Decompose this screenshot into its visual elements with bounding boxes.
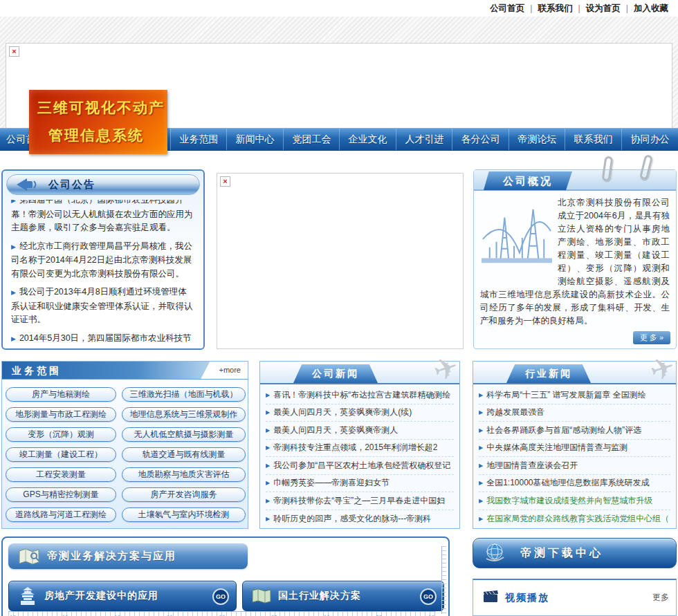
topbar-link-home[interactable]: 公司首页 — [487, 3, 527, 15]
vertical-ruler-decoration — [441, 546, 446, 614]
slogan-line1: 三维可视化不动产 — [37, 98, 165, 118]
slogan-line2: 管理信息系统 — [48, 126, 144, 145]
overview-more-button[interactable]: 更 多 » — [633, 331, 670, 344]
airplane-icon: ✈ — [430, 352, 461, 387]
news-item[interactable]: ▶全国1:10000基础地理信息数据库系统研发成 — [479, 475, 670, 493]
business-item-button[interactable]: 地形测量与市政工程测绘 — [6, 407, 116, 422]
solutions-title: 帝测业务解决方案与应用 — [47, 550, 176, 563]
nav-item[interactable]: 业务范围 — [170, 129, 227, 150]
double-arrow-icon: » — [659, 333, 663, 342]
news-item[interactable]: ▶社会各界踊跃参与首届“感动测绘人物”评选 — [479, 422, 670, 440]
business-item-button[interactable]: 地质勘察与地质灾害评估 — [122, 467, 246, 482]
nav-item[interactable]: 党团工会 — [283, 129, 340, 150]
nav-item[interactable]: 新闻中心 — [226, 129, 283, 150]
company-news-title: 公司新闻 — [293, 364, 378, 383]
news-item[interactable]: ▶在国家局党的群众路线教育实践活动党组中心组（ — [479, 510, 670, 528]
announcement-item[interactable]: ▶我公司于2013年4月8日顺利通过环境管理体系认证和职业健康安全管理体系认证，… — [11, 286, 195, 327]
globe-icon — [484, 543, 505, 563]
nav-item[interactable]: 联系我们 — [565, 129, 621, 150]
business-item-button[interactable]: 变形（沉降）观测 — [6, 427, 116, 442]
nav-item[interactable]: 企业文化 — [339, 129, 396, 150]
news-item[interactable]: ▶科学布局“十三五” 谱写发展新篇章 全国测绘 — [479, 386, 670, 404]
arrow-bullet-icon: ▶ — [11, 200, 16, 204]
nav-item[interactable]: 人才引进 — [396, 129, 452, 150]
solutions-header: 帝测业务解决方案与应用 — [8, 543, 248, 569]
business-item-button[interactable]: GPS与精密控制测量 — [6, 487, 116, 502]
business-item-button[interactable]: 土壤氡气与室内环境检测 — [122, 507, 246, 522]
arrow-bullet-icon: ▶ — [266, 427, 270, 433]
arrow-bullet-icon: ▶ — [479, 409, 483, 416]
arrow-bullet-icon: ▶ — [11, 335, 16, 342]
company-news-panel: 公司新闻 ✈ ▶喜讯！帝测科技中标“布达拉宫古建筑群精确测绘 ▶最美人间四月天，… — [259, 361, 460, 529]
arrow-bullet-icon: ▶ — [11, 289, 16, 296]
nav-item[interactable]: 各分公司 — [452, 129, 508, 150]
business-item-button[interactable]: 轨道交通与既有线测量 — [122, 447, 246, 462]
arrow-bullet-icon: ▶ — [479, 445, 483, 451]
arrow-bullet-icon: ▶ — [479, 480, 483, 486]
announcement-item[interactable]: ▶2014年5月30日，第四届国际都市农业科技节 — [11, 332, 195, 346]
company-news-header: 公司新闻 ✈ — [260, 362, 459, 384]
news-item[interactable]: ▶地理国情普查座谈会召开 — [479, 457, 670, 475]
arrow-bullet-icon: ▶ — [266, 463, 270, 469]
bridge-illustration — [480, 198, 553, 275]
company-overview-panel: 公司概况 北京帝测科技股份有限公司成立于2004年6月，是具有独立法人资格的专门… — [473, 169, 677, 349]
news-item[interactable]: ▶喜讯！帝测科技中标“布达拉宫古建筑群精确测绘 — [266, 386, 454, 404]
news-item[interactable]: ▶中央媒体高度关注地理国情普查与监测 — [479, 440, 670, 458]
arrow-bullet-icon: ▶ — [479, 392, 483, 398]
business-item-button[interactable]: 三维激光扫描（地面与机载） — [122, 387, 246, 402]
arrow-bullet-icon: ▶ — [266, 498, 270, 504]
news-item[interactable]: ▶跨越发展最强音 — [479, 404, 670, 422]
nav-item[interactable]: 帝测论坛 — [508, 129, 565, 150]
solution-button-land[interactable]: 国土行业解决方案 GO — [242, 581, 444, 611]
business-scope-panel: 业务范围 +more 房产与地籍测绘 三维激光扫描（地面与机载） 地形测量与市政… — [1, 361, 248, 529]
airplane-icon: ✈ — [646, 352, 678, 387]
announcement-item[interactable]: ▶第四届中国（北京）国际都市农业科技园开幕！帝测公司以无人机航摄在农业方面的应用… — [11, 200, 195, 235]
go-button[interactable]: GO — [420, 588, 437, 605]
go-button[interactable]: GO — [212, 588, 229, 605]
business-item-button[interactable]: 无人机低空航摄与摄影测量 — [122, 427, 246, 442]
announcement-item[interactable]: ▶经北京市工商行政管理局昌平分局核准，我公司名称于2014年4月22日起由北京帝… — [11, 240, 195, 281]
business-item-button[interactable]: 工程安装测量 — [6, 467, 116, 482]
announcements-list: ▶第四届中国（北京）国际都市农业科技园开幕！帝测公司以无人机航摄在农业方面的应用… — [3, 200, 203, 346]
business-item-button[interactable]: 地理信息系统与三维景观制作 — [122, 407, 246, 422]
business-item-button[interactable]: 道路线路与河道工程测绘 — [6, 507, 116, 522]
topbar-link-contact[interactable]: 联系我们 — [535, 3, 576, 15]
arrow-bullet-icon: ▶ — [11, 243, 16, 250]
news-item[interactable]: ▶我国数字城市建设成绩斐然并向智慧城市升级 — [479, 492, 670, 510]
topbar: 公司首页 | 联系我们 | 设为首页 | 加入收藏 — [0, 0, 678, 17]
business-scope-title: 业务范围 — [12, 362, 62, 380]
arrow-bullet-icon: ▶ — [266, 392, 270, 398]
business-item-button[interactable]: 房产与地籍测绘 — [6, 387, 116, 402]
news-item[interactable]: ▶聆听历史的回声，感受文化的脉动---帝测科 — [266, 510, 454, 528]
arrow-bullet-icon: ▶ — [479, 498, 483, 504]
video-more-link[interactable]: 更多 — [652, 592, 669, 604]
business-more-link[interactable]: +more — [219, 366, 241, 374]
news-item[interactable]: ▶帝测科技带你去“寻宝”之—三月早春走进中国妇 — [266, 492, 454, 510]
arrow-bullet-icon: ▶ — [266, 480, 270, 486]
industry-news-header: 行业新闻 ✈ — [473, 362, 676, 384]
solutions-panel: 帝测业务解决方案与应用 房地产开发建设中的应用 GO — [1, 536, 450, 616]
topbar-link-favorite[interactable]: 加入收藏 — [631, 3, 671, 15]
business-item-button[interactable]: 竣工测量（建设工程） — [6, 447, 116, 462]
news-item[interactable]: ▶巾帼秀英姿——帝测喜迎妇女节 — [266, 475, 454, 493]
megaphone-icon — [15, 177, 39, 192]
nav-item[interactable]: 协同办公 — [621, 129, 678, 150]
news-item[interactable]: ▶帝测科技专注重点领域，2015年利润增长超2 — [266, 440, 454, 458]
topbar-separator: | — [527, 3, 535, 13]
video-panel: 视频播放 更多 — [473, 579, 677, 616]
news-item[interactable]: ▶我公司参加“昌平区农村土地承包经营权确权登记 — [266, 457, 454, 475]
horizontal-ruler-decoration: 101010101010101010 — [8, 611, 436, 616]
business-item-button[interactable]: 房产开发咨询服务 — [122, 487, 246, 502]
topbar-link-sethome[interactable]: 设为首页 — [583, 3, 623, 15]
download-center-title: 帝测下载中心 — [520, 546, 603, 561]
topbar-separator: | — [623, 3, 631, 13]
business-scope-header: 业务范围 +more — [2, 362, 248, 380]
arrow-bullet-icon: ▶ — [266, 516, 270, 522]
download-center-bar[interactable]: 帝测下载中心 — [473, 538, 677, 568]
news-item[interactable]: ▶最美人间四月天，英姿飒爽帝测人 — [266, 422, 454, 440]
arrow-bullet-icon: ▶ — [266, 445, 270, 451]
solution-button-realestate[interactable]: 房地产开发建设中的应用 GO — [8, 581, 237, 611]
news-item[interactable]: ▶最美人间四月天，英姿飒爽帝测人(续) — [266, 404, 454, 422]
industry-news-list: ▶科学布局“十三五” 谱写发展新篇章 全国测绘 ▶跨越发展最强音 ▶社会各界踊跃… — [473, 384, 676, 528]
announcements-panel: 公司公告 ▶第四届中国（北京）国际都市农业科技园开幕！帝测公司以无人机航摄在农业… — [1, 169, 205, 350]
